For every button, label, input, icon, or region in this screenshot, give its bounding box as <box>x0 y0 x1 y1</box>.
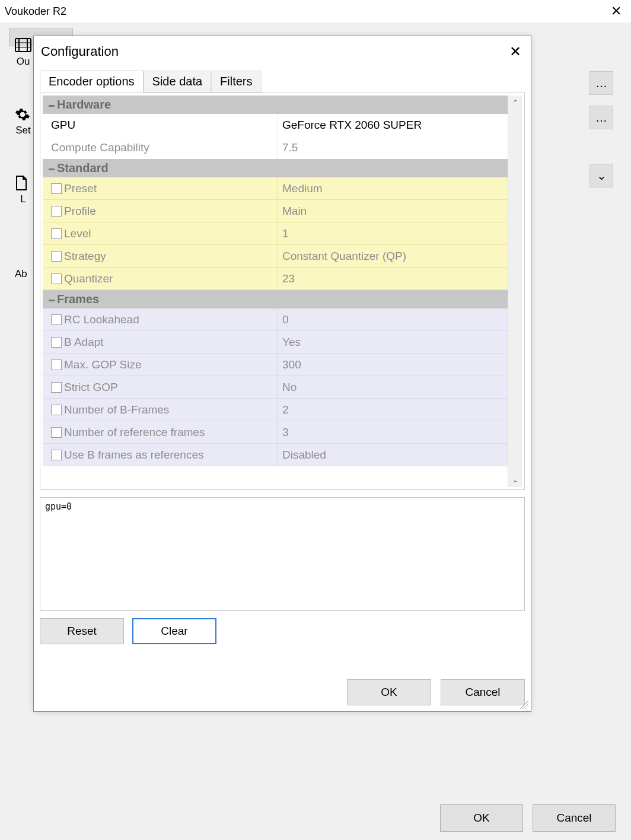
chevron-down-icon: ⌄ <box>597 168 607 183</box>
dialog-title-bar: Configuration ✕ <box>34 36 531 67</box>
checkbox[interactable] <box>51 273 62 284</box>
row-label: Strict GOP <box>43 376 278 398</box>
resize-grip-icon[interactable] <box>520 701 528 709</box>
row-max-gop-size[interactable]: Max. GOP Size 300 <box>43 354 508 376</box>
tab-filters[interactable]: Filters <box>211 71 261 93</box>
scrollbar[interactable]: ⌃ ⌄ <box>508 96 522 487</box>
checkbox[interactable] <box>51 183 62 194</box>
ok-button[interactable]: OK <box>347 679 431 705</box>
checkbox[interactable] <box>51 314 62 325</box>
collapse-icon: ▬ <box>49 165 53 171</box>
command-output[interactable]: gpu=0 <box>40 497 525 611</box>
cancel-button[interactable]: Cancel <box>533 804 616 832</box>
main-title-bar: Voukoder R2 ✕ <box>0 0 631 23</box>
svg-rect-0 <box>15 39 31 52</box>
row-value[interactable]: 3 <box>278 421 508 443</box>
property-grid: ▬ Hardware GPU GeForce RTX 2060 SUPER Co… <box>43 96 522 487</box>
options-pane: ▬ Hardware GPU GeForce RTX 2060 SUPER Co… <box>40 93 525 490</box>
main-footer: OK Cancel <box>440 804 616 834</box>
collapse-icon: ▬ <box>49 101 53 108</box>
sidebar-item-about[interactable]: Ab <box>15 268 27 280</box>
row-rc-lookahead[interactable]: RC Lookahead 0 <box>43 308 508 331</box>
row-number-of-b-frames[interactable]: Number of B-Frames 2 <box>43 399 508 421</box>
dialog-footer: OK Cancel <box>40 651 525 705</box>
row-value[interactable]: Constant Quantizer (QP) <box>278 245 508 267</box>
row-label: Profile <box>43 200 278 222</box>
sidebar-item-label: Ou <box>17 56 30 68</box>
row-label: Compute Capability <box>43 136 278 159</box>
checkbox[interactable] <box>51 337 62 348</box>
collapse-icon: ▬ <box>49 296 53 303</box>
row-preset[interactable]: Preset Medium <box>43 177 508 200</box>
row-quantizer[interactable]: Quantizer 23 <box>43 268 508 290</box>
dialog-title: Configuration <box>41 44 119 59</box>
row-value[interactable]: 1 <box>278 222 508 244</box>
row-label: GPU <box>43 114 278 136</box>
close-icon[interactable]: ✕ <box>611 4 622 19</box>
reset-button[interactable]: Reset <box>40 618 124 644</box>
row-value[interactable]: 2 <box>278 399 508 421</box>
checkbox[interactable] <box>51 450 62 460</box>
checkbox[interactable] <box>51 405 62 415</box>
clear-button[interactable]: Clear <box>132 618 216 644</box>
sidebar-item-label: Ab <box>15 268 27 280</box>
row-value[interactable]: Main <box>278 200 508 222</box>
document-icon <box>15 176 31 191</box>
sidebar-item-log[interactable]: L <box>15 176 31 205</box>
row-profile[interactable]: Profile Main <box>43 200 508 222</box>
group-header-frames[interactable]: ▬ Frames <box>43 290 508 308</box>
sidebar-item-label: L <box>20 193 26 205</box>
tab-encoder-options[interactable]: Encoder options <box>40 71 144 93</box>
sidebar-item-output[interactable]: Ou <box>15 38 31 68</box>
action-button-row: Reset Clear <box>40 618 525 644</box>
configuration-dialog: Configuration ✕ Encoder options Side dat… <box>33 36 531 712</box>
row-strategy[interactable]: Strategy Constant Quantizer (QP) <box>43 245 508 268</box>
row-value[interactable]: 300 <box>278 354 508 376</box>
row-compute-capability: Compute Capability 7.5 <box>43 136 508 159</box>
row-value[interactable]: Disabled <box>278 444 508 466</box>
checkbox[interactable] <box>51 228 62 239</box>
sidebar-item-label: Set <box>15 125 31 136</box>
tab-side-data[interactable]: Side data <box>144 71 212 93</box>
row-number-of-reference-frames[interactable]: Number of reference frames 3 <box>43 421 508 444</box>
dropdown-button[interactable]: ⌄ <box>589 164 613 187</box>
scroll-down-icon[interactable]: ⌄ <box>509 474 521 486</box>
close-icon[interactable]: ✕ <box>509 43 521 60</box>
checkbox[interactable] <box>51 359 62 370</box>
row-label: Number of B-Frames <box>43 399 278 421</box>
checkbox[interactable] <box>51 206 62 217</box>
sidebar-item-settings[interactable]: Set <box>15 107 31 136</box>
scroll-up-icon[interactable]: ⌃ <box>509 97 521 109</box>
row-label: Use B frames as references <box>43 444 278 466</box>
row-value[interactable]: No <box>278 376 508 398</box>
row-gpu[interactable]: GPU GeForce RTX 2060 SUPER <box>43 114 508 136</box>
cancel-button[interactable]: Cancel <box>441 679 525 705</box>
row-value[interactable]: Medium <box>278 177 508 199</box>
gear-icon <box>15 107 31 122</box>
row-use-b-frames-as-references[interactable]: Use B frames as references Disabled <box>43 444 508 466</box>
row-value: 7.5 <box>278 136 508 159</box>
row-label: Level <box>43 222 278 244</box>
row-label: Quantizer <box>43 268 278 289</box>
ok-button[interactable]: OK <box>440 804 523 832</box>
checkbox[interactable] <box>51 251 62 262</box>
property-grid-viewport[interactable]: ▬ Hardware GPU GeForce RTX 2060 SUPER Co… <box>43 96 508 487</box>
checkbox[interactable] <box>51 427 62 438</box>
row-value[interactable]: 23 <box>278 268 508 289</box>
row-level[interactable]: Level 1 <box>43 222 508 245</box>
group-header-standard[interactable]: ▬ Standard <box>43 159 508 177</box>
row-value[interactable]: 0 <box>278 308 508 330</box>
browse-button[interactable]: … <box>589 106 613 129</box>
row-value[interactable]: GeForce RTX 2060 SUPER <box>278 114 508 136</box>
row-strict-gop[interactable]: Strict GOP No <box>43 376 508 399</box>
row-label: Strategy <box>43 245 278 267</box>
group-header-hardware[interactable]: ▬ Hardware <box>43 96 508 114</box>
browse-button[interactable]: … <box>589 71 613 95</box>
film-icon <box>15 38 31 53</box>
row-b-adapt[interactable]: B Adapt Yes <box>43 331 508 354</box>
row-value[interactable]: Yes <box>278 331 508 353</box>
row-label: Number of reference frames <box>43 421 278 443</box>
ellipsis-icon: … <box>595 77 607 90</box>
row-label: Max. GOP Size <box>43 354 278 376</box>
checkbox[interactable] <box>51 382 62 393</box>
